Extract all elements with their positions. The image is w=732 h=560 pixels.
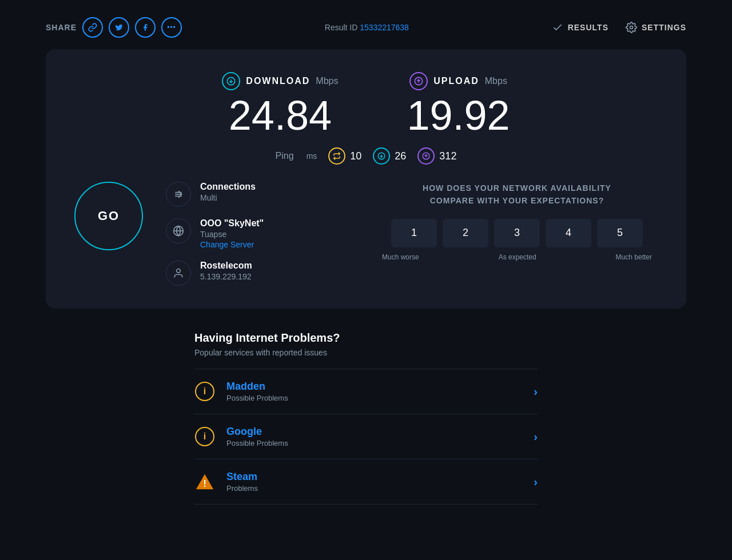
server-location: Tuapse — [200, 230, 264, 239]
upload-value: 19.92 — [407, 95, 510, 136]
ping-idle: 10 — [328, 147, 361, 165]
rating-4-button[interactable]: 4 — [546, 219, 591, 247]
share-label: SHARE — [46, 23, 77, 32]
rating-expected-label: As expected — [499, 253, 536, 261]
isp-name: Rostelecom — [200, 261, 252, 271]
ping-download-icon — [373, 147, 390, 165]
link-share-button[interactable] — [82, 17, 103, 38]
google-status: Possible Problems — [226, 439, 522, 447]
upload-unit: Mbps — [485, 76, 507, 86]
server-name: OOO "SkyNet" — [200, 218, 264, 229]
change-server-link[interactable]: Change Server — [200, 240, 264, 249]
more-share-button[interactable]: ••• — [161, 17, 182, 38]
rating-buttons-row: 1 2 3 4 5 — [376, 219, 658, 247]
ping-idle-value: 10 — [350, 150, 361, 162]
go-button[interactable]: GO — [74, 182, 143, 250]
rating-5-button[interactable]: 5 — [597, 219, 643, 247]
twitter-share-button[interactable] — [109, 17, 129, 38]
steam-warning-icon: ! — [194, 471, 215, 492]
nav-section: RESULTS SETTINGS — [552, 22, 686, 33]
steam-status: Problems — [226, 484, 522, 493]
google-warning-icon: i — [194, 426, 215, 447]
comparison-title: HOW DOES YOUR NETWORK AVAILABILITYCOMPAR… — [376, 182, 658, 207]
google-text: Google Possible Problems — [226, 426, 522, 447]
google-chevron-icon: › — [534, 430, 538, 443]
upload-label-text: UPLOAD — [433, 76, 479, 86]
result-id-link[interactable]: 15332217638 — [360, 23, 409, 32]
rating-labels: Much worse As expected Much better — [376, 253, 658, 261]
ping-unit: ms — [307, 151, 317, 161]
ping-upload-icon — [417, 147, 435, 165]
madden-name: Madden — [226, 381, 522, 393]
download-label-text: DOWNLOAD — [246, 76, 310, 86]
steam-problem-item[interactable]: ! Steam Problems › — [194, 459, 538, 505]
rating-1-button[interactable]: 1 — [391, 219, 437, 247]
download-unit: Mbps — [316, 76, 338, 86]
result-id-section: Result ID 15332217638 — [325, 23, 409, 32]
server-text: OOO "SkyNet" Tuapse Change Server — [200, 218, 264, 249]
ping-download: 26 — [373, 147, 406, 165]
madden-warning-icon: i — [194, 381, 215, 402]
facebook-share-button[interactable] — [135, 17, 156, 38]
steam-name: Steam — [226, 471, 522, 483]
ping-upload-value: 312 — [439, 150, 456, 162]
ping-download-value: 26 — [395, 150, 406, 162]
rating-worse-label: Much worse — [382, 253, 419, 261]
top-bar: SHARE ••• Result ID 15332217638 — [0, 0, 732, 49]
comparison-section: HOW DOES YOUR NETWORK AVAILABILITYCOMPAR… — [376, 182, 658, 261]
connections-icon — [166, 182, 191, 207]
download-block: DOWNLOAD Mbps 24.84 — [222, 72, 338, 136]
steam-chevron-icon: › — [534, 475, 538, 489]
ping-label: Ping — [276, 151, 294, 161]
result-id-label: Result ID — [325, 23, 358, 32]
info-row: GO Connections Multi — [74, 182, 658, 286]
svg-text:!: ! — [203, 478, 206, 489]
upload-icon — [409, 72, 428, 90]
madden-text: Madden Possible Problems — [226, 381, 522, 402]
connections-text: Connections Multi — [200, 182, 256, 202]
ping-idle-icon — [328, 147, 345, 165]
result-card: DOWNLOAD Mbps 24.84 UPLOAD Mbps 19.92 — [46, 49, 686, 309]
speeds-row: DOWNLOAD Mbps 24.84 UPLOAD Mbps 19.92 — [74, 72, 658, 136]
gear-icon — [626, 22, 637, 33]
steam-text: Steam Problems — [226, 471, 522, 493]
isp-ip: 5.139.229.192 — [200, 272, 252, 281]
download-label-row: DOWNLOAD Mbps — [222, 72, 338, 90]
server-item: OOO "SkyNet" Tuapse Change Server — [166, 218, 353, 249]
problems-subtitle: Popular services with reported issues — [194, 348, 538, 357]
madden-chevron-icon: › — [534, 385, 538, 398]
rating-better-label: Much better — [616, 253, 652, 261]
problems-title: Having Internet Problems? — [194, 331, 538, 345]
isp-user-icon — [166, 261, 191, 286]
problems-section: Having Internet Problems? Popular servic… — [194, 331, 538, 505]
google-name: Google — [226, 426, 522, 438]
upload-block: UPLOAD Mbps 19.92 — [407, 72, 510, 136]
server-globe-icon — [166, 218, 191, 243]
ping-upload: 312 — [417, 147, 456, 165]
connections-item: Connections Multi — [166, 182, 353, 207]
connections-value: Multi — [200, 193, 256, 202]
rating-3-button[interactable]: 3 — [494, 219, 540, 247]
google-problem-item[interactable]: i Google Possible Problems › — [194, 414, 538, 459]
upload-label-row: UPLOAD Mbps — [407, 72, 510, 90]
results-icon — [552, 22, 563, 33]
madden-problem-item[interactable]: i Madden Possible Problems › — [194, 369, 538, 414]
svg-point-0 — [630, 26, 632, 29]
download-icon — [222, 72, 240, 90]
svg-point-14 — [177, 269, 181, 273]
settings-button[interactable]: SETTINGS — [626, 22, 686, 33]
download-value: 24.84 — [222, 95, 338, 136]
ping-row: Ping ms 10 26 — [74, 147, 658, 165]
isp-item: Rostelecom 5.139.229.192 — [166, 261, 353, 286]
connections-label: Connections — [200, 182, 256, 192]
server-info: Connections Multi OOO "SkyNet" Tuapse Ch… — [166, 182, 353, 286]
isp-text: Rostelecom 5.139.229.192 — [200, 261, 252, 281]
results-button[interactable]: RESULTS — [552, 22, 608, 33]
madden-status: Possible Problems — [226, 394, 522, 402]
share-section: SHARE ••• — [46, 17, 182, 38]
rating-2-button[interactable]: 2 — [443, 219, 488, 247]
